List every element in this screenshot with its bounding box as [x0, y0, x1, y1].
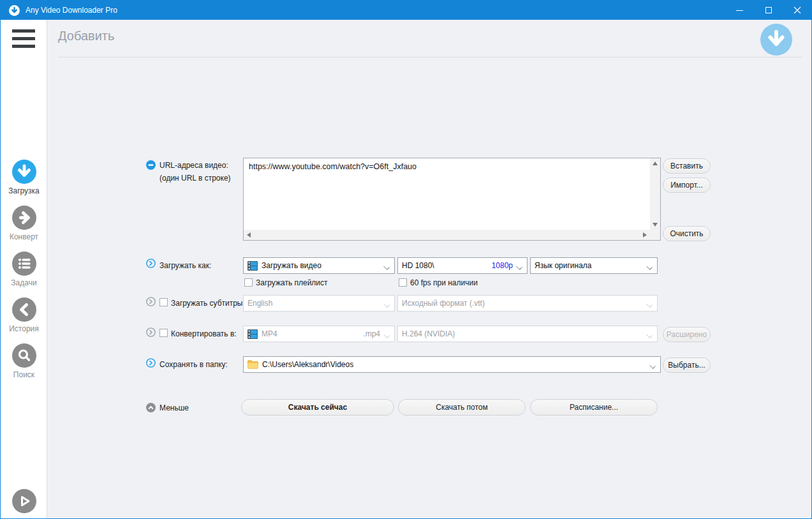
- chevron-down-icon: [384, 302, 390, 308]
- sidebar-item-download[interactable]: Загрузка: [1, 160, 47, 195]
- convert-icon: [12, 206, 36, 230]
- save-folder-label: Сохранять в папку:: [159, 360, 228, 369]
- url-label-line2: (один URL в строке): [159, 174, 231, 183]
- advanced-button: Расширено: [663, 327, 711, 342]
- less-toggle-label[interactable]: Меньше: [159, 403, 189, 412]
- playlist-checkbox[interactable]: [244, 278, 253, 287]
- audio-language-value: Язык оригинала: [535, 261, 591, 270]
- clear-button[interactable]: Очистить: [663, 226, 711, 241]
- app-logo-icon: [9, 5, 20, 16]
- chevron-down-icon: [517, 264, 522, 270]
- search-icon: [12, 343, 36, 368]
- schedule-button[interactable]: Расписание...: [530, 399, 658, 416]
- minimize-button[interactable]: [725, 1, 754, 20]
- chevron-down-icon: [647, 333, 653, 338]
- quality-badge: 1080p: [492, 261, 513, 270]
- paste-button[interactable]: Вставить: [663, 158, 711, 174]
- url-input-value: https://www.youtube.com/watch?v=O6ft_Jxf…: [249, 162, 645, 171]
- download-now-button[interactable]: Скачать сейчас: [241, 399, 394, 416]
- expand-chevron-icon[interactable]: [146, 327, 156, 337]
- close-button[interactable]: [783, 1, 811, 20]
- chevron-down-icon: [384, 333, 390, 338]
- page-title: Добавить: [58, 29, 114, 43]
- titlebar: Any Video Downloader Pro: [1, 1, 811, 20]
- url-label-line1: URL-адреса видео:: [159, 161, 228, 170]
- import-button[interactable]: Импорт...: [663, 177, 711, 193]
- expand-chevron-icon[interactable]: [146, 259, 156, 268]
- close-icon: [794, 6, 801, 14]
- sidebar-item-player[interactable]: [1, 489, 47, 513]
- menu-button[interactable]: [12, 29, 35, 48]
- subtitles-format-value: Исходный формат (.vtt): [402, 299, 485, 308]
- convert-label[interactable]: Конвертировать в:: [171, 329, 237, 338]
- folder-icon: [247, 360, 258, 369]
- tasks-icon: [12, 252, 36, 276]
- sidebar-item-convert[interactable]: Конверт: [1, 206, 47, 241]
- subtitles-language-value: English: [247, 299, 272, 308]
- sidebar-item-label: Поиск: [1, 370, 47, 379]
- scroll-down-icon: [653, 223, 658, 227]
- header-divider: [58, 57, 802, 57]
- download-as-label: Загружать как:: [159, 261, 211, 270]
- url-input[interactable]: https://www.youtube.com/watch?v=O6ft_Jxf…: [243, 158, 661, 241]
- download-watermark-icon: [760, 24, 792, 56]
- sidebar-item-label: Конверт: [1, 232, 47, 241]
- convert-codec-value: H.264 (NVIDIA): [402, 329, 455, 338]
- download-later-button[interactable]: Скачать потом: [398, 399, 526, 416]
- quality-select[interactable]: HD 1080\ 1080p: [397, 257, 528, 274]
- history-icon: [12, 297, 36, 322]
- scroll-up-icon: [653, 162, 658, 165]
- audio-language-select[interactable]: Язык оригинала: [530, 257, 658, 274]
- fps-checkbox[interactable]: [399, 278, 407, 287]
- subtitles-checkbox[interactable]: [159, 298, 168, 306]
- chevron-down-icon: [650, 363, 656, 369]
- maximize-icon: [765, 7, 772, 13]
- save-folder-path: C:\Users\Aleksandr\Videos: [262, 360, 353, 369]
- sidebar-item-label: История: [1, 324, 47, 333]
- scrollbar-corner: [650, 230, 660, 240]
- url-horizontal-scrollbar[interactable]: [244, 230, 650, 240]
- browse-button[interactable]: Выбрать...: [663, 357, 711, 373]
- scroll-left-icon: [247, 232, 251, 237]
- app-window: Any Video Downloader Pro Загрузка: [0, 0, 812, 519]
- fps-checkbox-label[interactable]: 60 fps при наличии: [410, 278, 478, 287]
- convert-codec-select: H.264 (NVIDIA): [397, 326, 658, 342]
- sidebar-item-history[interactable]: История: [1, 297, 47, 333]
- maximize-button[interactable]: [754, 1, 783, 20]
- save-folder-select[interactable]: C:\Users\Aleksandr\Videos: [243, 356, 661, 373]
- expand-chevron-icon[interactable]: [146, 358, 156, 368]
- download-icon: [12, 160, 36, 184]
- sidebar-item-label: Загрузка: [1, 186, 47, 195]
- window-title: Any Video Downloader Pro: [26, 6, 117, 15]
- hamburger-icon: [12, 29, 35, 33]
- playlist-checkbox-label[interactable]: Загружать плейлист: [256, 278, 328, 287]
- convert-checkbox[interactable]: [159, 329, 168, 337]
- convert-format-value: MP4: [262, 329, 277, 338]
- chevron-down-icon: [647, 264, 653, 270]
- film-icon: [247, 329, 258, 339]
- play-icon: [12, 489, 36, 513]
- minimize-icon: [736, 10, 743, 11]
- subtitles-label[interactable]: Загружать субтитры:: [171, 299, 245, 308]
- chevron-down-icon: [384, 264, 390, 270]
- collapse-minus-icon[interactable]: [146, 160, 156, 170]
- main-panel: Добавить URL-адреса видео: (один URL в с…: [47, 20, 812, 519]
- subtitles-language-select: English: [243, 295, 395, 312]
- download-mode-value: Загружать видео: [262, 261, 321, 270]
- film-icon: [247, 261, 258, 271]
- sidebar-item-tasks[interactable]: Задачи: [1, 252, 47, 287]
- convert-format-select: MP4 .mp4: [243, 326, 395, 342]
- collapse-up-icon[interactable]: [146, 403, 156, 412]
- subtitles-format-select: Исходный формат (.vtt): [397, 295, 658, 312]
- download-mode-select[interactable]: Загружать видео: [243, 257, 395, 274]
- sidebar-item-search[interactable]: Поиск: [1, 343, 47, 379]
- sidebar: Загрузка Конверт Задачи: [1, 20, 47, 519]
- url-vertical-scrollbar[interactable]: [650, 158, 660, 230]
- scroll-right-icon: [643, 232, 647, 237]
- chevron-down-icon: [647, 302, 653, 308]
- expand-chevron-icon[interactable]: [146, 297, 156, 306]
- quality-value: HD 1080\: [402, 261, 434, 270]
- sidebar-item-label: Задачи: [1, 278, 47, 287]
- convert-ext-value: .mp4: [363, 329, 380, 338]
